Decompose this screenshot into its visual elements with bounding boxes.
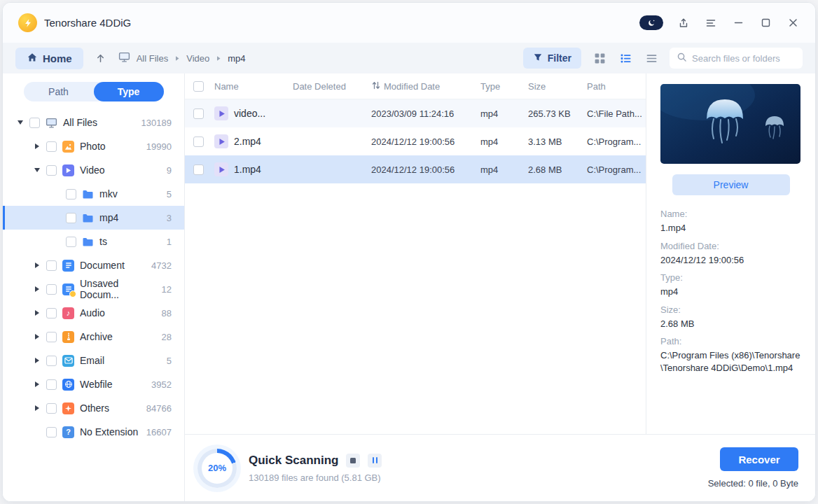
breadcrumb-item-all-files[interactable]: All Files: [137, 53, 169, 64]
filter-button[interactable]: Filter: [523, 48, 581, 69]
breadcrumb-item-mp4[interactable]: mp4: [228, 53, 245, 64]
select-all-checkbox[interactable]: [193, 81, 204, 92]
minimize-button[interactable]: [731, 16, 745, 30]
checkbox[interactable]: [193, 108, 204, 119]
funnel-icon: [533, 52, 543, 64]
checkbox[interactable]: [46, 379, 57, 390]
checkbox[interactable]: [46, 356, 57, 366]
share-button[interactable]: [677, 16, 691, 30]
sidebar-item-label: mkv: [99, 188, 118, 200]
breadcrumb-item-video[interactable]: Video: [186, 53, 209, 64]
checkbox[interactable]: [46, 165, 57, 176]
sort-icon[interactable]: [371, 80, 381, 92]
sidebar-item-video[interactable]: Video 9: [3, 158, 184, 182]
item-count: 16607: [146, 427, 172, 438]
modified-date-cell: 2023/03/09 11:24:16: [371, 108, 480, 119]
chevron-down-icon[interactable]: [34, 168, 41, 172]
table-header: Name Date Deleted Modified Date Type Siz…: [185, 74, 646, 99]
search-icon: [677, 52, 687, 65]
checkbox[interactable]: [46, 427, 57, 438]
video-file-icon: [214, 106, 228, 120]
column-header-path[interactable]: Path: [587, 81, 646, 92]
chevron-right-icon[interactable]: [34, 144, 41, 149]
checkbox[interactable]: [46, 403, 57, 414]
chevron-right-icon[interactable]: [34, 382, 41, 387]
sidebar-item-webfile[interactable]: Webfile 3952: [3, 372, 184, 396]
sidebar-item-mkv[interactable]: mkv 5: [3, 182, 184, 206]
stop-scan-button[interactable]: [346, 454, 360, 468]
table-row[interactable]: video... 2023/03/09 11:24:16 mp4 265.73 …: [185, 99, 646, 127]
sidebar-item-unsaved-documents[interactable]: Unsaved Docum... 12: [3, 277, 184, 301]
sidebar: Path Type All Files 130189 Photo 19990: [3, 74, 185, 501]
column-header-date-deleted[interactable]: Date Deleted: [293, 81, 371, 92]
sidebar-item-document[interactable]: Document 4732: [3, 253, 184, 277]
checkbox[interactable]: [193, 164, 204, 175]
file-name: video...: [234, 108, 265, 119]
close-button[interactable]: [786, 16, 800, 30]
sidebar-item-email[interactable]: Email 5: [3, 349, 184, 372]
app-window: Tenorshare 4DDiG Home: [2, 2, 816, 502]
checkbox[interactable]: [46, 332, 57, 342]
chevron-right-icon[interactable]: [34, 310, 41, 316]
selected-summary: Selected: 0 file, 0 Byte: [708, 478, 798, 489]
checkbox[interactable]: [46, 260, 57, 271]
recover-button[interactable]: Recover: [720, 447, 798, 471]
sidebar-item-no-extension[interactable]: ? No Extension 16607: [3, 420, 184, 444]
sidebar-item-ts[interactable]: ts 1: [3, 230, 184, 253]
chevron-right-icon[interactable]: [34, 262, 41, 268]
grid-view-button[interactable]: [592, 50, 607, 66]
preview-button[interactable]: Preview: [672, 174, 790, 195]
sidebar-item-label: Others: [80, 402, 109, 414]
compact-view-button[interactable]: [644, 50, 659, 66]
sidebar-item-archive[interactable]: Archive 28: [3, 325, 184, 349]
item-count: 130189: [141, 118, 172, 128]
column-header-size[interactable]: Size: [528, 81, 587, 92]
home-label: Home: [43, 52, 72, 64]
menu-button[interactable]: [704, 16, 718, 30]
column-header-modified[interactable]: Modified Date: [371, 80, 480, 92]
detail-view-button[interactable]: [618, 50, 633, 66]
sidebar-item-all-files[interactable]: All Files 130189: [3, 111, 184, 134]
detail-field-type: Type: mp4: [660, 272, 801, 298]
checkbox[interactable]: [29, 118, 40, 128]
title-bar: Tenorshare 4DDiG: [3, 3, 815, 43]
home-button[interactable]: Home: [15, 48, 83, 69]
checkbox[interactable]: [66, 189, 76, 200]
path-cell: C:\Program...: [587, 136, 646, 147]
checkbox[interactable]: [46, 284, 57, 295]
chevron-down-icon[interactable]: [17, 120, 24, 125]
maximize-button[interactable]: [758, 16, 772, 30]
dark-mode-toggle[interactable]: [639, 15, 663, 30]
photo-icon: [62, 141, 74, 153]
sidebar-item-others[interactable]: Others 84766: [3, 396, 184, 420]
sidebar-item-label: mp4: [99, 212, 118, 223]
detail-field-size: Size: 2.68 MB: [660, 304, 801, 330]
checkbox[interactable]: [66, 213, 76, 223]
tab-path[interactable]: Path: [24, 82, 94, 102]
checkbox[interactable]: [66, 237, 76, 247]
tab-type[interactable]: Type: [94, 82, 164, 102]
chevron-right-icon[interactable]: [34, 286, 41, 292]
sidebar-item-audio[interactable]: ♪ Audio 88: [3, 301, 184, 325]
table-row-selected[interactable]: 1.mp4 2024/12/12 19:00:56 mp4 2.68 MB C:…: [185, 155, 646, 183]
pause-scan-button[interactable]: [368, 454, 382, 468]
preview-thumbnail[interactable]: [660, 84, 800, 164]
checkbox[interactable]: [46, 141, 57, 152]
chevron-right-icon[interactable]: [34, 405, 41, 411]
sidebar-item-label: Document: [80, 260, 125, 271]
column-header-type[interactable]: Type: [480, 81, 528, 92]
checkbox[interactable]: [46, 308, 57, 318]
chevron-right-icon[interactable]: [34, 334, 41, 340]
column-header-name[interactable]: Name: [214, 81, 293, 92]
table-row[interactable]: 2.mp4 2024/12/12 19:00:56 mp4 3.13 MB C:…: [185, 127, 646, 155]
chevron-right-icon[interactable]: [34, 358, 41, 363]
search-input[interactable]: [692, 53, 796, 64]
file-name: 1.mp4: [234, 164, 261, 175]
sidebar-item-mp4[interactable]: mp4 3: [3, 206, 184, 230]
modified-date-cell: 2024/12/12 19:00:56: [371, 164, 480, 175]
go-up-button[interactable]: [92, 50, 109, 66]
sidebar-item-photo[interactable]: Photo 19990: [3, 134, 184, 158]
checkbox[interactable]: [193, 136, 204, 147]
detail-field-name: Name: 1.mp4: [660, 209, 801, 234]
question-icon: ?: [62, 426, 74, 438]
